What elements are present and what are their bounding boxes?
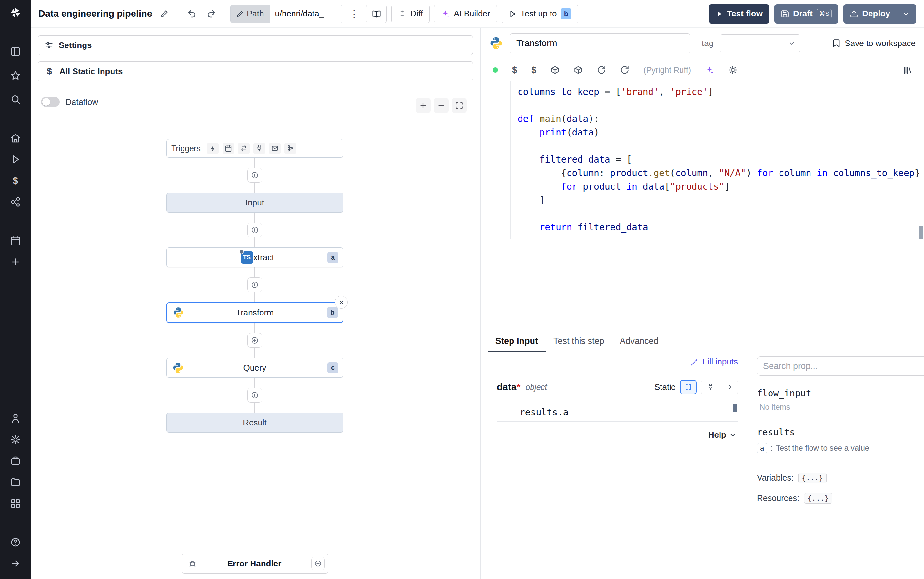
redo-button[interactable] (204, 7, 219, 21)
docs-button[interactable] (366, 5, 387, 23)
websocket-trigger-button[interactable] (253, 142, 265, 154)
add-step-button[interactable] (247, 277, 262, 292)
dataflow-row: Dataflow (41, 97, 480, 107)
test-flow-button[interactable]: Test flow (709, 4, 769, 23)
search-icon (10, 94, 21, 105)
reload-button[interactable] (597, 65, 606, 75)
draft-button[interactable]: Draft ⌘S (774, 4, 838, 23)
code-editor[interactable]: columns_to_keep = ['brand', 'price'] def… (480, 81, 924, 330)
sidebar-item-help[interactable] (7, 534, 24, 551)
edit-title-button[interactable] (157, 7, 171, 21)
extract-step-node[interactable]: TS Extract a (167, 247, 343, 267)
tab-test-this-step[interactable]: Test this step (546, 330, 612, 352)
add-step-button[interactable] (247, 333, 262, 348)
add-error-handler-button[interactable] (311, 557, 325, 570)
remove-step-button[interactable]: × (335, 296, 348, 309)
flow-settings-button[interactable]: Settings (38, 36, 473, 55)
ai-builder-button[interactable]: AI Builder (434, 5, 497, 23)
resources-value-badge[interactable]: {...} (804, 493, 833, 504)
dollar-icon[interactable]: $ (532, 65, 537, 75)
insert-expression-button[interactable] (720, 380, 738, 394)
help-label: Help (708, 430, 726, 440)
chevron-down-icon[interactable] (902, 10, 910, 18)
deploy-button[interactable]: Deploy (843, 4, 916, 23)
sidebar-item-account[interactable] (7, 410, 24, 427)
query-step-node[interactable]: Query c (167, 358, 343, 378)
tab-step-input[interactable]: Step Input (488, 330, 546, 352)
package-button[interactable] (574, 65, 583, 75)
zoom-out-button[interactable] (434, 98, 449, 113)
static-mode-to​ggle-button[interactable] (680, 380, 697, 394)
undo-button[interactable] (184, 7, 199, 21)
flow-input-section-label[interactable]: flow_input (757, 388, 924, 399)
save-to-workspace-button[interactable]: Save to workspace (832, 38, 916, 48)
sidebar-item-settings[interactable] (7, 431, 24, 448)
zoom-in-button[interactable] (416, 98, 431, 113)
code-content[interactable]: columns_to_keep = ['brand', 'price'] def… (510, 81, 924, 239)
windmill-logo[interactable] (7, 5, 24, 21)
connect-input-button[interactable] (702, 380, 720, 394)
tag-select[interactable] (720, 34, 800, 52)
email-trigger-button[interactable] (269, 142, 281, 154)
fill-inputs-label: Fill inputs (702, 357, 738, 367)
sidebar-item-folders[interactable] (7, 474, 24, 491)
diff-button[interactable]: Diff (391, 5, 429, 23)
sidebar-item-panels[interactable] (7, 43, 24, 60)
dataflow-toggle[interactable] (41, 97, 60, 107)
sidebar-item-workers[interactable] (7, 453, 24, 469)
sidebar-item-schedules[interactable] (7, 232, 24, 249)
sidebar-item-create[interactable] (7, 254, 24, 270)
all-static-inputs-button[interactable]: $ All Static Inputs (38, 61, 473, 81)
schedule-trigger-button[interactable] (222, 142, 234, 154)
path-button[interactable]: Path (230, 5, 270, 23)
error-handler-node[interactable]: Error Handler (181, 553, 328, 574)
grid-icon (10, 498, 21, 509)
sidebar-item-variables[interactable]: $ (7, 172, 24, 189)
sidebar-item-search[interactable] (7, 91, 24, 108)
result-step-badge[interactable]: a (757, 443, 767, 453)
sidebar-item-home[interactable] (7, 130, 24, 146)
kafka-trigger-button[interactable] (284, 142, 296, 154)
more-menu-button[interactable]: ⋮ (347, 7, 362, 21)
results-section-label[interactable]: results (757, 427, 924, 438)
step-name-input[interactable] (509, 33, 690, 53)
input-node[interactable]: Input (167, 193, 343, 213)
help-button[interactable]: Help (708, 430, 736, 440)
fill-inputs-button[interactable]: Fill inputs (690, 357, 738, 367)
sidebar-collapse[interactable] (7, 555, 24, 572)
add-step-button[interactable] (247, 222, 262, 237)
sidebar-item-apps[interactable] (7, 495, 24, 512)
edge-line (255, 378, 255, 388)
webhook-trigger-button[interactable] (207, 142, 219, 154)
plus-icon (419, 101, 427, 110)
sidebar-item-runs[interactable] (7, 151, 24, 168)
ai-assist-button[interactable] (705, 65, 714, 75)
variables-value-badge[interactable]: {...} (798, 473, 827, 483)
result-node[interactable]: Result (167, 412, 343, 433)
editor-scrollbar[interactable] (919, 226, 923, 239)
brackets-icon (684, 383, 692, 391)
package-button[interactable] (550, 65, 560, 75)
triggers-node[interactable]: Triggers (167, 139, 343, 158)
sparkles-icon (705, 65, 714, 75)
flow-settings-label: Settings (59, 40, 92, 50)
test-up-to-button[interactable]: Test up to b (501, 5, 579, 23)
path-input[interactable] (269, 5, 342, 23)
expression-editor[interactable]: results.a (497, 403, 738, 422)
transform-step-node[interactable]: Transform b × (167, 302, 343, 323)
fit-view-button[interactable] (452, 98, 467, 113)
step-editor-panel: tag Save to workspace $ $ (480, 28, 924, 579)
editor-settings-button[interactable] (728, 65, 737, 75)
search-prop-input[interactable] (757, 357, 924, 376)
library-button[interactable] (903, 65, 913, 75)
add-step-button[interactable] (247, 388, 262, 402)
sidebar-item-favorites[interactable] (7, 67, 24, 84)
http-trigger-button[interactable] (238, 142, 250, 154)
sidebar-item-resources[interactable] (7, 193, 24, 210)
dollar-icon[interactable]: $ (512, 65, 518, 75)
edge-line (255, 237, 255, 247)
refresh-icon (597, 65, 606, 75)
add-step-button[interactable] (247, 168, 262, 183)
tab-advanced[interactable]: Advanced (612, 330, 666, 352)
reload-button[interactable] (620, 65, 629, 75)
